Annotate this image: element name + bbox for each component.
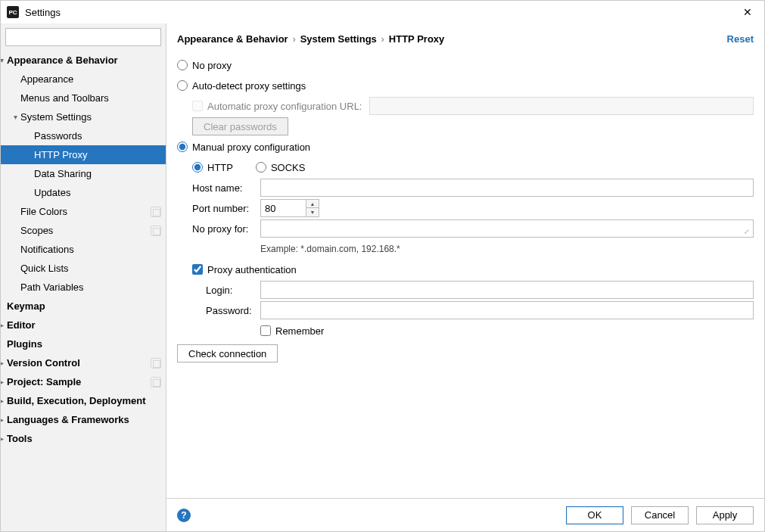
sidebar-item-file-colors[interactable]: File Colors bbox=[1, 202, 166, 221]
socks-label: SOCKS bbox=[271, 162, 306, 173]
host-input[interactable] bbox=[260, 179, 754, 197]
reset-link[interactable]: Reset bbox=[727, 33, 754, 45]
sidebar-item-quick-lists[interactable]: Quick Lists bbox=[1, 259, 166, 278]
window-title: Settings bbox=[25, 7, 737, 18]
main-panel: Appearance & Behavior›System Settings›HT… bbox=[166, 23, 764, 531]
sidebar-item-label: Version Control bbox=[7, 357, 151, 369]
clear-passwords-button: Clear passwords bbox=[192, 117, 288, 135]
sidebar-item-passwords[interactable]: Passwords bbox=[1, 126, 166, 145]
sidebar-item-label: Appearance & Behavior bbox=[7, 54, 161, 66]
chevron-right-icon: ▸ bbox=[1, 434, 7, 443]
http-label: HTTP bbox=[207, 162, 233, 173]
port-step-down[interactable]: ▼ bbox=[306, 208, 319, 216]
app-icon: PC bbox=[7, 6, 19, 18]
sidebar-item-menus-and-toolbars[interactable]: Menus and Toolbars bbox=[1, 89, 166, 107]
host-label: Host name: bbox=[192, 182, 260, 194]
auto-url-input bbox=[369, 97, 754, 115]
noproxy-input[interactable] bbox=[260, 219, 754, 238]
noproxy-label: No proxy for: bbox=[192, 223, 260, 235]
sidebar-item-label: Data Sharing bbox=[34, 168, 161, 179]
no-proxy-radio[interactable] bbox=[177, 60, 188, 70]
ok-button[interactable]: OK bbox=[566, 506, 624, 524]
sidebar-item-label: HTTP Proxy bbox=[34, 149, 161, 160]
chevron-down-icon: ▾ bbox=[10, 113, 20, 121]
chevron-right-icon: ▸ bbox=[1, 415, 7, 424]
sidebar-item-label: Menus and Toolbars bbox=[20, 92, 161, 104]
manual-radio[interactable] bbox=[177, 142, 188, 152]
breadcrumb: Appearance & Behavior›System Settings›HT… bbox=[177, 33, 727, 45]
auto-url-label: Automatic proxy configuration URL: bbox=[207, 101, 362, 112]
settings-tree: ▾Appearance & BehaviorAppearanceMenus an… bbox=[1, 51, 166, 531]
no-proxy-label: No proxy bbox=[192, 60, 232, 71]
chevron-right-icon: ▸ bbox=[1, 378, 7, 386]
sidebar-item-label: Editor bbox=[7, 319, 161, 331]
sidebar-item-appearance[interactable]: Appearance bbox=[1, 70, 166, 89]
sidebar-item-build-execution-deployment[interactable]: ▸Build, Execution, Deployment bbox=[1, 391, 166, 410]
sidebar-item-label: Quick Lists bbox=[20, 263, 161, 274]
chevron-right-icon: ▸ bbox=[1, 321, 7, 329]
sidebar-item-tools[interactable]: ▸Tools bbox=[1, 429, 166, 448]
sidebar-item-scopes[interactable]: Scopes bbox=[1, 221, 166, 240]
footer: ? OK Cancel Apply bbox=[166, 498, 764, 531]
sidebar-item-label: Tools bbox=[7, 433, 161, 444]
auto-url-checkbox bbox=[192, 101, 203, 111]
sidebar-item-version-control[interactable]: ▸Version Control bbox=[1, 353, 166, 372]
sidebar-item-http-proxy[interactable]: HTTP Proxy bbox=[1, 145, 166, 164]
sidebar-item-label: Languages & Frameworks bbox=[7, 414, 161, 425]
port-label: Port number: bbox=[192, 203, 260, 214]
sidebar-item-data-sharing[interactable]: Data Sharing bbox=[1, 164, 166, 183]
socks-radio[interactable] bbox=[256, 162, 266, 173]
sidebar-item-languages-frameworks[interactable]: ▸Languages & Frameworks bbox=[1, 410, 166, 429]
sidebar-item-project-sample[interactable]: ▸Project: Sample bbox=[1, 372, 166, 391]
sidebar-item-label: File Colors bbox=[20, 206, 151, 217]
cancel-button[interactable]: Cancel bbox=[631, 506, 689, 524]
sidebar-item-system-settings[interactable]: ▾System Settings bbox=[1, 107, 166, 126]
sidebar-item-label: System Settings bbox=[20, 111, 161, 123]
sidebar-item-notifications[interactable]: Notifications bbox=[1, 240, 166, 259]
login-input[interactable] bbox=[260, 281, 754, 299]
apply-button[interactable]: Apply bbox=[696, 506, 754, 524]
sidebar-item-label: Project: Sample bbox=[7, 376, 151, 387]
proxy-auth-label: Proxy authentication bbox=[207, 264, 297, 275]
search-input[interactable] bbox=[5, 28, 161, 46]
noproxy-hint: Example: *.domain.com, 192.168.* bbox=[260, 244, 400, 254]
sidebar-item-updates[interactable]: Updates bbox=[1, 183, 166, 202]
chevron-down-icon: ▾ bbox=[1, 56, 7, 64]
proxy-auth-checkbox[interactable] bbox=[192, 264, 203, 275]
help-icon[interactable]: ? bbox=[177, 509, 191, 522]
sidebar-item-keymap[interactable]: Keymap bbox=[1, 297, 166, 316]
project-scope-icon bbox=[151, 358, 161, 369]
chevron-right-icon: ▸ bbox=[1, 397, 7, 405]
sidebar-item-label: Passwords bbox=[34, 130, 161, 142]
project-scope-icon bbox=[151, 226, 161, 236]
project-scope-icon bbox=[151, 207, 161, 217]
manual-label: Manual proxy configuration bbox=[192, 142, 310, 153]
remember-checkbox[interactable] bbox=[260, 325, 271, 336]
titlebar: PC Settings ✕ bbox=[1, 1, 764, 23]
chevron-right-icon: ▸ bbox=[1, 359, 7, 367]
sidebar-item-label: Path Variables bbox=[20, 282, 161, 293]
sidebar-item-label: Appearance bbox=[20, 73, 161, 85]
sidebar-item-label: Keymap bbox=[7, 300, 161, 312]
port-input[interactable] bbox=[260, 199, 306, 217]
auto-detect-label: Auto-detect proxy settings bbox=[192, 80, 306, 92]
login-label: Login: bbox=[206, 285, 260, 296]
sidebar-item-editor[interactable]: ▸Editor bbox=[1, 316, 166, 334]
sidebar-item-appearance-behavior[interactable]: ▾Appearance & Behavior bbox=[1, 51, 166, 70]
sidebar-item-path-variables[interactable]: Path Variables bbox=[1, 278, 166, 297]
sidebar: ▾Appearance & BehaviorAppearanceMenus an… bbox=[1, 23, 166, 531]
sidebar-item-label: Build, Execution, Deployment bbox=[7, 395, 161, 406]
sidebar-item-label: Scopes bbox=[20, 225, 151, 236]
check-connection-button[interactable]: Check connection bbox=[177, 344, 278, 362]
http-radio[interactable] bbox=[192, 162, 203, 173]
close-icon[interactable]: ✕ bbox=[737, 3, 758, 21]
port-step-up[interactable]: ▲ bbox=[306, 200, 319, 208]
password-label: Password: bbox=[206, 305, 260, 316]
remember-label: Remember bbox=[275, 325, 324, 337]
sidebar-item-plugins[interactable]: Plugins bbox=[1, 334, 166, 353]
sidebar-item-label: Updates bbox=[34, 187, 161, 198]
password-input[interactable] bbox=[260, 301, 754, 319]
auto-detect-radio[interactable] bbox=[177, 80, 188, 91]
sidebar-item-label: Plugins bbox=[7, 338, 161, 350]
expand-icon[interactable]: ⤢ bbox=[744, 228, 750, 235]
